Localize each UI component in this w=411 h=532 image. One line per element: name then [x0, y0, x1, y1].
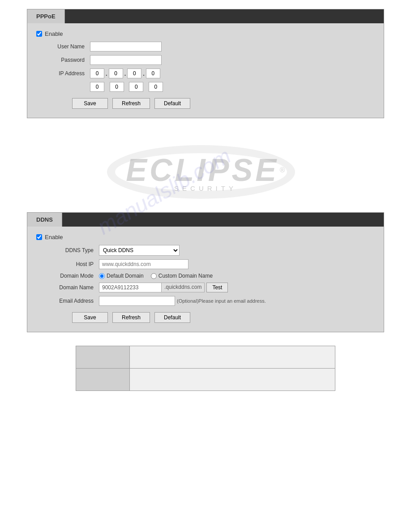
bottom-table-section — [27, 346, 384, 391]
ip-address-row: IP Address . . . — [36, 69, 375, 78]
pppoe-header-bar — [65, 9, 384, 23]
ip-seg2[interactable] — [109, 69, 123, 78]
username-label: User Name — [36, 43, 90, 50]
ip-seg4[interactable] — [146, 69, 160, 78]
ddns-refresh-button[interactable]: Refresh — [112, 312, 150, 323]
host-ip-row: Host IP — [36, 259, 375, 269]
ddns-save-button[interactable]: Save — [72, 312, 108, 323]
table-content-label-cell — [76, 369, 130, 391]
pppoe-section: PPPoE Enable User Name Password IP Addre… — [27, 9, 384, 118]
ddns-type-select[interactable]: Quick DDNS — [99, 245, 180, 256]
pppoe-header: PPPoE — [27, 9, 384, 23]
pppoe-enable-checkbox[interactable] — [36, 31, 42, 37]
default-domain-radio-label[interactable]: Default Domain — [99, 273, 144, 279]
username-row: User Name — [36, 42, 375, 51]
table-content-value-cell — [129, 369, 335, 391]
ddns-enable-row: Enable — [36, 234, 375, 240]
domain-name-label: Domain Name — [36, 284, 99, 291]
default-domain-radio[interactable] — [99, 273, 105, 279]
ddns-default-button[interactable]: Default — [154, 312, 190, 323]
custom-domain-text: Custom Domain Name — [158, 273, 213, 279]
pppoe-enable-label: Enable — [45, 30, 63, 37]
ddns-enable-label: Enable — [45, 234, 63, 240]
ddns-header: DDNS — [27, 213, 384, 227]
logo-section: ECLIPSE ® SECURITY — [27, 132, 384, 212]
ip-seg1[interactable] — [90, 69, 104, 78]
domain-name-group: .quickddns.com Test — [99, 283, 228, 292]
pppoe-tab: PPPoE — [27, 9, 65, 23]
ddns-type-label: DDNS Type — [36, 247, 99, 253]
ddns-enable-checkbox[interactable] — [36, 234, 42, 240]
logo-container: ECLIPSE ® SECURITY — [94, 138, 317, 206]
table-header-content-cell — [129, 346, 335, 369]
pppoe-enable-row: Enable — [36, 30, 375, 37]
ddns-tab: DDNS — [27, 213, 62, 227]
table-header-row — [76, 346, 335, 369]
ip-seg7[interactable] — [129, 82, 143, 92]
table-content-row — [76, 369, 335, 391]
ddns-type-row: DDNS Type Quick DDNS — [36, 245, 375, 256]
ip-seg8[interactable] — [149, 82, 163, 92]
ip-seg5[interactable] — [90, 82, 104, 92]
domain-mode-label: Domain Mode — [36, 273, 99, 279]
pppoe-body: Enable User Name Password IP Address . .… — [27, 23, 384, 118]
bottom-table — [76, 346, 335, 391]
domain-mode-row: Domain Mode Default Domain Custom Domain… — [36, 273, 375, 279]
pppoe-buttons: Save Refresh Default — [72, 98, 375, 109]
ddns-body: Enable DDNS Type Quick DDNS Host IP Doma… — [27, 227, 384, 332]
password-label: Password — [36, 57, 90, 63]
logo-sub-text: SECURITY — [174, 184, 237, 192]
logo-main-text: ECLIPSE — [126, 152, 279, 188]
password-row: Password — [36, 55, 375, 65]
pppoe-refresh-button[interactable]: Refresh — [112, 98, 150, 109]
pppoe-save-button[interactable]: Save — [72, 98, 108, 109]
host-ip-label: Host IP — [36, 261, 99, 267]
default-domain-text: Default Domain — [107, 273, 144, 279]
custom-domain-radio-label[interactable]: Custom Domain Name — [151, 273, 213, 279]
email-hint: (Optional)Please input an email address. — [177, 298, 266, 304]
domain-mode-group: Default Domain Custom Domain Name — [99, 273, 213, 279]
email-input[interactable] — [99, 296, 175, 306]
email-address-label: Email Address — [36, 298, 99, 304]
ip-address-label: IP Address — [36, 70, 90, 77]
ddns-buttons: Save Refresh Default — [72, 312, 375, 323]
domain-suffix: .quickddns.com — [162, 283, 205, 292]
domain-name-row: Domain Name .quickddns.com Test — [36, 283, 375, 292]
ip-seg3[interactable] — [127, 69, 141, 78]
logo-registered: ® — [280, 166, 285, 174]
password-input[interactable] — [90, 55, 162, 65]
test-button[interactable]: Test — [206, 283, 228, 292]
custom-domain-radio[interactable] — [151, 273, 157, 279]
ip-row1: . . . — [90, 69, 160, 78]
ip-seg6[interactable] — [110, 82, 124, 92]
email-address-row: Email Address (Optional)Please input an … — [36, 296, 375, 306]
ip-dot2: . — [124, 70, 126, 77]
ip-dot1: . — [106, 70, 107, 77]
username-input[interactable] — [90, 42, 162, 51]
ddns-section: DDNS Enable DDNS Type Quick DDNS Host IP… — [27, 212, 384, 332]
table-header-cell — [76, 346, 130, 369]
ip-row2 — [90, 82, 375, 92]
host-ip-input[interactable] — [99, 259, 188, 269]
ddns-header-bar — [62, 213, 384, 227]
domain-name-input[interactable] — [99, 283, 162, 292]
ip-dot3: . — [143, 70, 145, 77]
pppoe-default-button[interactable]: Default — [154, 98, 190, 109]
